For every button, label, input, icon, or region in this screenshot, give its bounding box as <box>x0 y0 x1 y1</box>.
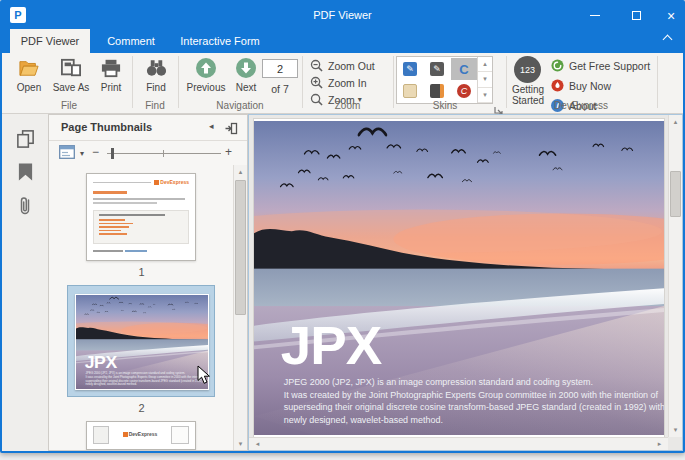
gallery-up-button[interactable]: ▴ <box>478 57 492 72</box>
skin-selected-icon: C <box>459 62 468 77</box>
zoom-in-button[interactable]: Zoom In <box>309 74 367 91</box>
buy-now-button[interactable]: Buy Now <box>550 77 611 94</box>
panel-title: Page Thumbnails <box>61 121 152 133</box>
support-icon <box>550 59 565 73</box>
page-2-label: 2 <box>49 402 234 414</box>
print-button[interactable]: Print <box>94 55 128 99</box>
getting-started-button[interactable]: 123 <box>514 56 541 83</box>
slider-mid-tick <box>163 150 164 157</box>
scroll-up-icon[interactable]: ▴ <box>669 115 682 128</box>
skin-option-5[interactable] <box>424 80 450 102</box>
chevron-up-icon <box>663 35 673 45</box>
beach-page-image <box>254 121 664 435</box>
panel-header: Page Thumbnails ◂ <box>49 115 247 141</box>
page-thumbnails-panel: Page Thumbnails ◂ ▾ − + <box>48 114 248 451</box>
thumbnail-page-2-selected[interactable] <box>67 285 215 397</box>
open-button[interactable]: Open <box>10 55 48 99</box>
thumbnail-page-3[interactable]: DevExpress <box>86 421 196 450</box>
previous-up-arrow-icon <box>195 56 217 80</box>
document-viewer: ▴ ▾ ◂ ▸ <box>248 114 683 451</box>
panel-dock-button[interactable] <box>225 121 238 139</box>
skin-option-3-selected[interactable]: C <box>451 58 477 80</box>
page3-logo: DevExpress <box>123 431 158 437</box>
navigation-pane-strip <box>2 114 48 451</box>
collapse-ribbon-button[interactable] <box>664 36 673 45</box>
ribbon: Open Save As Print File Find Find Previo… <box>2 53 683 114</box>
tab-pdf-viewer[interactable]: PDF Viewer <box>10 29 90 53</box>
find-group-label: Find <box>132 100 178 111</box>
previous-button[interactable]: Previous <box>182 55 230 99</box>
slider-handle[interactable] <box>111 148 114 159</box>
gallery-scroll: ▴ ▾ ▾ <box>477 57 492 103</box>
maximize-button[interactable] <box>620 2 652 29</box>
close-icon: × <box>667 9 675 23</box>
zoom-group-label: Zoom <box>302 100 393 111</box>
paperclip-icon <box>18 195 32 217</box>
page-number-input[interactable] <box>262 59 298 78</box>
scroll-down-icon[interactable]: ▾ <box>669 423 682 436</box>
thumbnail-zoom-out-button[interactable]: − <box>92 145 99 159</box>
viewer-horizontal-scrollbar[interactable]: ◂ ▸ <box>249 437 668 450</box>
viewer-vertical-scrollbar[interactable]: ▴ ▾ <box>668 115 682 437</box>
page1-logo-row: DevExpress <box>93 179 189 185</box>
binoculars-icon <box>145 56 168 80</box>
title-bar[interactable]: P PDF Viewer × <box>2 2 683 29</box>
buy-now-icon <box>550 79 565 93</box>
page-1-label: 1 <box>49 266 234 278</box>
panel-toolbar: ▾ − + <box>49 141 247 165</box>
options-caret-icon[interactable]: ▾ <box>80 149 84 158</box>
bookmarks-pane-button[interactable] <box>13 160 37 184</box>
navigation-group-label: Navigation <box>178 100 302 111</box>
get-free-support-button[interactable]: Get Free Support <box>550 57 650 74</box>
thumbnail-options-button[interactable] <box>59 145 75 163</box>
thumbnail-zoom-in-button[interactable]: + <box>225 145 232 159</box>
file-group-label: File <box>10 100 128 111</box>
skin-dark-icon: ✎ <box>430 62 444 76</box>
document-page[interactable] <box>253 118 665 438</box>
scroll-right-icon[interactable]: ▸ <box>653 438 666 451</box>
minimize-button[interactable] <box>579 2 611 29</box>
zoom-out-button[interactable]: Zoom Out <box>309 57 375 74</box>
scroll-down-icon[interactable]: ▾ <box>234 437 247 450</box>
maximize-icon <box>632 11 641 20</box>
close-button[interactable]: × <box>655 2 685 29</box>
thumbnail-size-slider[interactable] <box>107 153 221 154</box>
viewer-scroll-thumb[interactable] <box>670 171 681 217</box>
panel-scroll-thumb[interactable] <box>235 180 246 315</box>
ribbon-tab-row: PDF Viewer Comment Interactive Form <box>2 29 683 53</box>
gallery-down-button[interactable]: ▾ <box>478 72 492 87</box>
skin-option-4[interactable] <box>397 80 423 102</box>
skin-option-6[interactable]: C <box>451 80 477 102</box>
panel-scrollbar[interactable]: ▴ ▾ <box>233 165 247 450</box>
devexpress-group-label: DevExpress <box>506 100 656 111</box>
skins-gallery: ✎ ✎ C C ▴ ▾ ▾ <box>396 56 493 104</box>
skin-cube-icon <box>430 84 444 98</box>
dock-icon <box>225 122 238 135</box>
group-separator <box>657 56 658 108</box>
tab-interactive-form[interactable]: Interactive Form <box>172 29 268 53</box>
skin-option-2[interactable]: ✎ <box>424 58 450 80</box>
thumbnail-page-1[interactable]: DevExpress <box>86 173 196 261</box>
next-down-arrow-icon <box>235 56 257 80</box>
thumbnail-list: DevExpress <box>49 165 234 450</box>
body-area: Page Thumbnails ◂ ▾ − + <box>2 114 683 451</box>
skins-group-label: Skins <box>393 100 497 111</box>
devexpress-logo-text: DevExpress <box>160 179 189 185</box>
beach-thumbnail <box>76 295 208 389</box>
skin-red-icon: C <box>457 84 471 98</box>
options-grid-icon <box>59 145 75 159</box>
zoom-in-icon <box>309 76 324 90</box>
save-as-button[interactable]: Save As <box>50 55 92 99</box>
skin-blue-icon: ✎ <box>403 62 417 76</box>
scroll-left-icon[interactable]: ◂ <box>251 438 264 451</box>
scroll-up-icon[interactable]: ▴ <box>234 165 247 178</box>
page-thumbnails-pane-button[interactable] <box>13 126 37 150</box>
zoom-out-icon <box>309 59 324 73</box>
page-count-label: of 7 <box>256 83 304 95</box>
panel-collapse-button[interactable]: ◂ <box>209 121 214 131</box>
attachments-pane-button[interactable] <box>13 194 37 218</box>
tab-comment[interactable]: Comment <box>98 29 164 53</box>
page1-links-box <box>93 210 189 244</box>
find-button[interactable]: Find <box>136 55 176 99</box>
skin-option-1[interactable]: ✎ <box>397 58 423 80</box>
